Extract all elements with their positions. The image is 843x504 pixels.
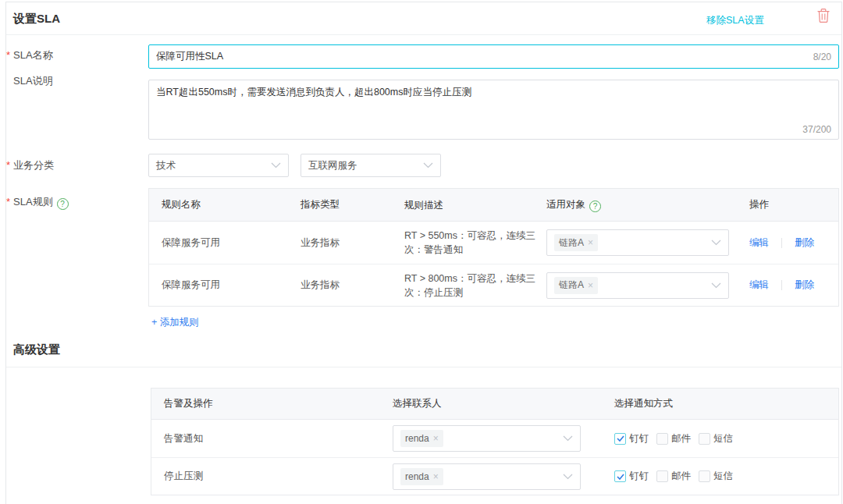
checkbox-dingtalk[interactable]: 钉钉 [614, 432, 649, 445]
chevron-down-icon [563, 474, 573, 480]
table-row: 保障服务可用 业务指标 RT > 550ms：可容忍，连续三次：警告通知 链路A… [149, 222, 838, 264]
tag-close-icon[interactable]: × [588, 280, 593, 291]
category-primary-value: 技术 [156, 159, 271, 172]
col-alert-action: 告警及操作 [151, 397, 393, 410]
tag-close-icon[interactable]: × [433, 433, 439, 444]
sla-desc-counter: 37/200 [802, 124, 831, 135]
contact-tag: renda× [400, 430, 443, 447]
sla-name-field: 8/20 [148, 44, 839, 69]
checkbox-dingtalk[interactable]: 钉钉 [614, 470, 649, 483]
required-asterisk: * [6, 159, 10, 171]
tag-close-icon[interactable]: × [433, 471, 439, 482]
sla-desc-field: 当RT超出550ms时，需要发送消息到负责人，超出800ms时应当停止压测 37… [148, 80, 839, 140]
help-icon[interactable]: ? [57, 198, 69, 210]
table-row: 保障服务可用 业务指标 RT > 800ms：可容忍，连续三次：停止压测 链路A… [149, 264, 838, 306]
category-secondary-select[interactable]: 互联网服务 [301, 154, 441, 177]
rule-name: 保障服务可用 [149, 236, 301, 250]
link-separator [781, 238, 782, 248]
required-asterisk: * [6, 49, 10, 61]
link-separator [781, 280, 782, 290]
category-secondary-value: 互联网服务 [308, 159, 423, 172]
rule-target-select[interactable]: 链路A× [546, 229, 729, 256]
target-tag: 链路A× [554, 277, 598, 294]
col-rule-name: 规则名称 [149, 198, 301, 211]
category-primary-select[interactable]: 技术 [148, 154, 289, 177]
table-row: 告警通知 renda× 钉钉 邮件 [151, 420, 838, 457]
rule-desc: RT > 800ms：可容忍，连续三次：停止压测 [404, 272, 546, 300]
delete-rule-link[interactable]: 删除 [795, 279, 814, 292]
checkbox-email[interactable]: 邮件 [656, 470, 691, 483]
rules-table-header: 规则名称 指标类型 规则描述 适用对象? 操作 [149, 189, 838, 222]
sla-rules-table: 规则名称 指标类型 规则描述 适用对象? 操作 保障服务可用 业务指标 RT >… [148, 188, 839, 307]
checkbox-checked-icon [614, 470, 626, 482]
sla-desc-label: *SLA说明 [6, 74, 53, 88]
contact-select[interactable]: renda× [393, 425, 581, 452]
sla-rules-label: *SLA规则? [6, 195, 69, 210]
advanced-table-header: 告警及操作 选择联系人 选择通知方式 [151, 389, 838, 420]
help-icon[interactable]: ? [589, 201, 601, 212]
checkbox-unchecked-icon [699, 433, 710, 445]
col-notify-method: 选择通知方式 [614, 397, 838, 410]
checkbox-sms[interactable]: 短信 [699, 470, 733, 483]
advanced-settings-title: 高级设置 [13, 343, 60, 357]
col-target: 适用对象? [546, 198, 749, 212]
sla-settings-page: 设置SLA 移除SLA设置 *SLA名称 8/20 *SLA说明 当RT超出55… [0, 0, 843, 504]
delete-rule-link[interactable]: 删除 [795, 236, 814, 250]
category-label: *业务分类 [6, 158, 54, 172]
checkbox-unchecked-icon [699, 470, 710, 482]
header-divider [6, 34, 841, 35]
table-row: 停止压测 renda× 钉钉 邮件 [151, 457, 838, 495]
sla-name-input[interactable] [156, 51, 813, 62]
page-title: 设置SLA [13, 12, 60, 27]
checkbox-email[interactable]: 邮件 [656, 432, 691, 445]
col-operations: 操作 [749, 198, 838, 211]
rule-target-select[interactable]: 链路A× [546, 272, 729, 299]
col-metric-type: 指标类型 [301, 198, 404, 211]
rule-metric: 业务指标 [301, 279, 404, 292]
rule-desc: RT > 550ms：可容忍，连续三次：警告通知 [404, 229, 546, 257]
required-asterisk: * [6, 196, 10, 208]
trash-icon [816, 8, 831, 23]
rule-name: 保障服务可用 [149, 279, 301, 292]
sla-name-counter: 8/20 [813, 51, 831, 62]
checkbox-checked-icon [614, 433, 626, 445]
delete-sla-button[interactable] [816, 8, 831, 23]
tag-close-icon[interactable]: × [588, 237, 593, 248]
alert-action: 告警通知 [151, 432, 393, 445]
sla-name-label: *SLA名称 [6, 48, 53, 62]
checkbox-unchecked-icon [656, 470, 668, 482]
edit-rule-link[interactable]: 编辑 [749, 236, 769, 250]
remove-sla-link[interactable]: 移除SLA设置 [706, 14, 764, 27]
contact-tag: renda× [400, 468, 443, 485]
checkbox-sms[interactable]: 短信 [699, 432, 733, 445]
alert-action: 停止压测 [151, 470, 393, 483]
add-rule-link[interactable]: + 添加规则 [151, 316, 199, 329]
chevron-down-icon [271, 162, 281, 169]
edit-rule-link[interactable]: 编辑 [749, 279, 769, 292]
rule-metric: 业务指标 [301, 236, 404, 250]
chevron-down-icon [711, 282, 721, 289]
chevron-down-icon [711, 240, 721, 246]
advanced-table: 告警及操作 选择联系人 选择通知方式 告警通知 renda× 钉钉 [151, 388, 839, 495]
col-contact: 选择联系人 [393, 397, 614, 410]
sla-desc-textarea[interactable]: 当RT超出550ms时，需要发送消息到负责人，超出800ms时应当停止压测 [149, 80, 838, 124]
advanced-divider [6, 367, 841, 367]
col-rule-desc: 规则描述 [404, 198, 546, 212]
checkbox-unchecked-icon [656, 433, 668, 445]
contact-select[interactable]: renda× [393, 463, 581, 490]
chevron-down-icon [563, 435, 573, 442]
chevron-down-icon [423, 162, 433, 169]
target-tag: 链路A× [554, 234, 598, 251]
